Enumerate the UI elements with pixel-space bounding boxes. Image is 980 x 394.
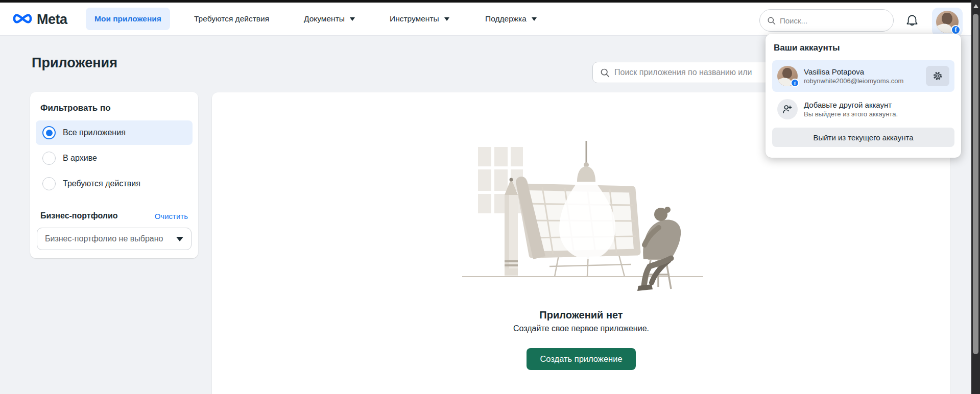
tab-documents[interactable]: Документы	[304, 8, 355, 30]
business-portfolio-select[interactable]: Бизнес-портфолио не выбрано	[37, 228, 192, 250]
tab-actions-required[interactable]: Требуются действия	[194, 8, 269, 30]
filter-option-label: Все приложения	[63, 128, 126, 137]
page-title: Приложения	[32, 55, 117, 71]
global-search-box[interactable]	[759, 9, 894, 32]
chevron-down-icon	[444, 17, 449, 21]
add-account-title: Добавьте другой аккаунт	[804, 101, 898, 109]
account-settings-button[interactable]	[926, 66, 949, 86]
filter-option-all-apps[interactable]: Все приложения	[36, 120, 193, 145]
tab-actions-required-label: Требуются действия	[194, 8, 269, 30]
meta-infinity-icon	[11, 11, 34, 28]
empty-state-illustration	[455, 138, 710, 296]
bell-icon	[904, 13, 920, 29]
filter-title: Фильтровать по	[40, 103, 188, 113]
tab-tools[interactable]: Инструменты	[390, 8, 449, 30]
add-person-icon	[777, 99, 798, 119]
account-dropdown-panel: Ваши аккаунты f Vasilisa Potapova robynw…	[766, 34, 961, 158]
radio-unselected-icon	[42, 177, 56, 190]
empty-state-subtitle: Создайте свое первое приложение.	[212, 324, 950, 333]
scrollbar-thumb[interactable]	[973, 14, 978, 354]
tab-tools-label: Инструменты	[390, 8, 439, 30]
top-black-strip	[0, 0, 980, 3]
account-menu-button[interactable]: f	[932, 8, 963, 36]
portfolio-select-value: Бизнес-портфолио не выбрано	[45, 234, 163, 243]
notifications-button[interactable]	[903, 12, 921, 30]
empty-state-title: Приложений нет	[212, 309, 950, 321]
search-icon	[767, 16, 776, 25]
business-portfolio-label: Бизнес-портфолио	[40, 211, 118, 220]
filter-option-label: Требуются действия	[63, 179, 140, 188]
tab-documents-label: Документы	[304, 8, 345, 30]
tab-support-label: Поддержка	[485, 8, 527, 30]
clear-filter-link[interactable]: Очистить	[155, 212, 188, 220]
filter-card: Фильтровать по Все приложения В архиве Т…	[30, 92, 198, 258]
account-name: Vasilisa Potapova	[804, 67, 920, 76]
account-email: robynwhite2006@leiomyoms.com	[804, 77, 920, 85]
scroll-up-icon[interactable]	[973, 4, 978, 8]
add-account-subtitle: Вы выйдете из этого аккаунта.	[804, 110, 898, 118]
tab-my-apps-label: Мои приложения	[94, 8, 161, 30]
create-app-button[interactable]: Создать приложение	[527, 348, 635, 370]
filter-option-label: В архиве	[63, 154, 97, 163]
facebook-badge-icon: f	[791, 79, 799, 87]
chevron-down-icon	[350, 17, 355, 21]
tab-my-apps[interactable]: Мои приложения	[86, 8, 170, 30]
gear-icon	[932, 70, 943, 82]
filter-option-actions-required[interactable]: Требуются действия	[36, 171, 193, 196]
account-panel-title: Ваши аккаунты	[774, 43, 953, 53]
top-navbar: Meta Мои приложения Требуются действия Д…	[0, 3, 980, 36]
current-account-row[interactable]: f Vasilisa Potapova robynwhite2006@leiom…	[772, 60, 954, 92]
logout-button[interactable]: Выйти из текущего аккаунта	[772, 128, 954, 147]
chevron-down-icon	[532, 17, 537, 21]
add-account-row[interactable]: Добавьте другой аккаунт Вы выйдете из эт…	[772, 99, 954, 119]
global-search-input[interactable]	[780, 16, 886, 25]
tab-support[interactable]: Поддержка	[485, 8, 537, 30]
filter-option-archived[interactable]: В архиве	[36, 146, 193, 170]
meta-logo[interactable]: Meta	[11, 10, 67, 29]
radio-selected-icon	[42, 126, 56, 139]
chevron-down-icon	[176, 237, 183, 241]
radio-unselected-icon	[42, 152, 56, 165]
search-icon	[600, 68, 610, 78]
vertical-scrollbar[interactable]	[971, 0, 980, 394]
brand-name: Meta	[37, 12, 67, 28]
avatar: f	[777, 66, 798, 86]
